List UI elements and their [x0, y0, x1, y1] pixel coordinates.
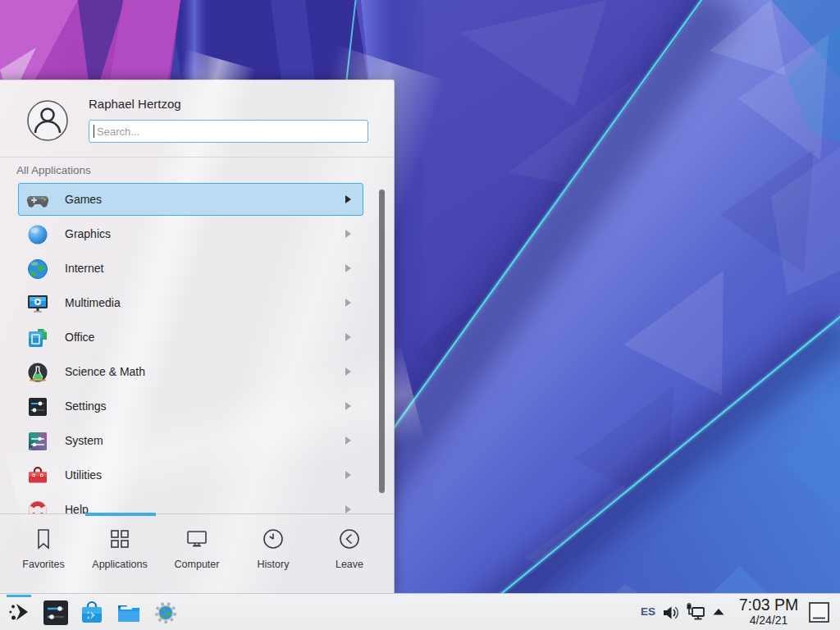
- monitor-play-icon: [26, 292, 49, 315]
- submenu-arrow-icon: [345, 368, 351, 376]
- submenu-arrow-icon: [345, 505, 351, 514]
- category-label: Internet: [65, 262, 103, 275]
- category-label: Settings: [65, 399, 107, 413]
- system-sliders-icon: [26, 430, 49, 453]
- clock-icon: [261, 527, 285, 551]
- tab-label: Computer: [159, 559, 235, 570]
- sphere-icon: [26, 223, 49, 246]
- category-list: Games Graphics: [0, 180, 395, 514]
- category-label: Games: [65, 193, 102, 206]
- folder-icon: [116, 600, 142, 626]
- tab-computer[interactable]: Computer: [159, 522, 235, 587]
- category-row-help[interactable]: Help: [18, 493, 363, 514]
- discover-task-button[interactable]: [80, 594, 109, 630]
- submenu-arrow-icon: [345, 333, 351, 341]
- submenu-arrow-icon: [345, 436, 351, 445]
- submenu-arrow-icon: [345, 264, 351, 272]
- section-label: All Applications: [16, 164, 91, 176]
- submenu-arrow-icon: [345, 230, 351, 238]
- computer-icon: [185, 527, 209, 551]
- category-row-system[interactable]: System: [18, 424, 363, 457]
- search-input[interactable]: [89, 120, 368, 143]
- globe-icon: [26, 258, 49, 281]
- show-desktop-button[interactable]: [808, 601, 830, 623]
- category-label: Multimedia: [65, 296, 121, 309]
- category-label: System: [65, 434, 103, 447]
- tab-applications[interactable]: Applications: [82, 522, 158, 587]
- clock-date: 4/24/21: [735, 614, 802, 627]
- tab-favorites[interactable]: Favorites: [6, 522, 81, 587]
- kde-launcher-icon: [7, 600, 32, 624]
- web-browser-globe-gear-icon: [154, 601, 177, 624]
- lifebuoy-icon: [26, 499, 49, 514]
- application-launcher-popup: Raphael Hertzog All Applications Games: [0, 80, 395, 593]
- system-settings-icon: [43, 600, 69, 626]
- tab-label: Applications: [82, 559, 158, 570]
- expand-tray-caret-icon[interactable]: [711, 607, 726, 617]
- category-row-science[interactable]: Science & Math: [18, 355, 363, 388]
- category-row-office[interactable]: Office: [18, 321, 363, 354]
- text-cursor: [94, 125, 94, 138]
- user-avatar-icon[interactable]: [27, 100, 68, 141]
- clock-time: 7:03 PM: [735, 596, 802, 614]
- system-settings-task-button[interactable]: [43, 594, 72, 630]
- tab-leave[interactable]: Leave: [312, 522, 387, 587]
- discover-bag-icon: [80, 600, 104, 626]
- bookmark-icon: [31, 527, 56, 551]
- taskbar-panel: ES 7:03 PM 4/24/21: [0, 593, 840, 630]
- header-divider: [0, 157, 395, 158]
- tab-label: Favorites: [6, 559, 81, 570]
- category-label: Science & Math: [65, 365, 145, 378]
- application-launcher-button[interactable]: [2, 594, 36, 630]
- category-label: Office: [65, 331, 94, 344]
- category-row-internet[interactable]: Internet: [18, 252, 363, 285]
- category-row-utilities[interactable]: Utilities: [18, 459, 363, 491]
- wired-network-icon[interactable]: [685, 602, 706, 623]
- documents-icon: [26, 326, 49, 349]
- tabbar-divider: [0, 514, 395, 514]
- toolbox-icon: [26, 464, 49, 487]
- web-browser-task-button[interactable]: [154, 594, 182, 630]
- submenu-arrow-icon: [345, 471, 351, 479]
- file-manager-task-button[interactable]: [116, 594, 145, 630]
- tab-label: History: [235, 559, 311, 570]
- digital-clock[interactable]: 7:03 PM 4/24/21: [735, 596, 802, 627]
- grid-icon: [107, 527, 132, 551]
- tab-label: Leave: [312, 559, 387, 570]
- category-label: Utilities: [65, 468, 102, 482]
- volume-icon[interactable]: [661, 603, 681, 623]
- desktop: Raphael Hertzog All Applications Games: [0, 0, 840, 630]
- submenu-arrow-icon: [345, 299, 351, 307]
- category-label: Graphics: [65, 227, 111, 240]
- tab-history[interactable]: History: [235, 522, 311, 587]
- category-row-multimedia[interactable]: Multimedia: [18, 286, 363, 319]
- category-row-settings[interactable]: Settings: [18, 390, 363, 422]
- category-row-graphics[interactable]: Graphics: [18, 217, 363, 250]
- leave-icon: [337, 527, 362, 551]
- category-row-games[interactable]: Games: [18, 183, 363, 216]
- flask-icon: [26, 361, 49, 384]
- submenu-arrow-icon: [345, 195, 351, 203]
- submenu-arrow-icon: [345, 402, 351, 410]
- gamepad-icon: [26, 189, 49, 212]
- user-name: Raphael Hertzog: [89, 97, 181, 111]
- active-task-indicator: [7, 595, 31, 597]
- active-tab-indicator: [85, 513, 156, 516]
- scrollbar-thumb[interactable]: [379, 189, 385, 493]
- keyboard-layout-indicator[interactable]: ES: [637, 594, 660, 630]
- sliders-icon: [26, 395, 49, 418]
